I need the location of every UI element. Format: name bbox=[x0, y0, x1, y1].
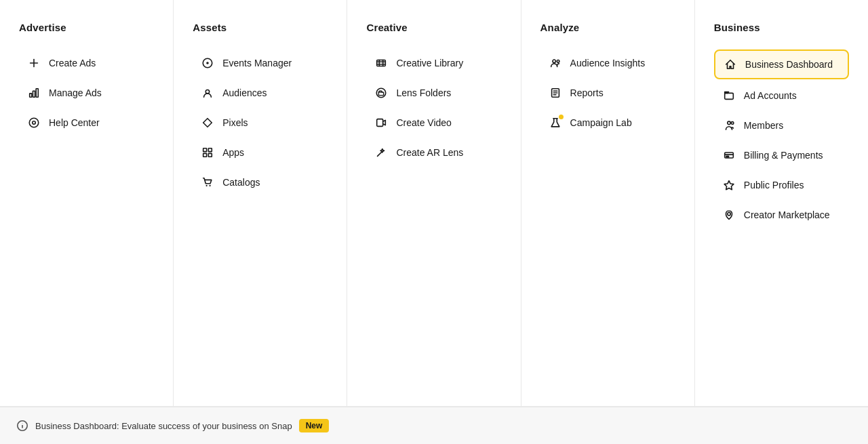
nav-item-ad-accounts[interactable]: Ad Accounts bbox=[714, 82, 849, 109]
nav-item-label-members: Members bbox=[744, 120, 783, 131]
nav-item-label-billing-payments: Billing & Payments bbox=[744, 150, 823, 161]
nav-item-label-catalogs: Catalogs bbox=[222, 177, 260, 188]
svg-point-8 bbox=[206, 62, 209, 64]
nav-item-label-audience-insights: Audience Insights bbox=[570, 58, 646, 68]
svg-rect-11 bbox=[203, 148, 207, 152]
svg-point-6 bbox=[33, 121, 36, 125]
nav-item-pixels[interactable]: Pixels bbox=[193, 109, 328, 136]
footer-text: Business Dashboard: Evaluate success of … bbox=[35, 421, 292, 431]
nav-item-creator-marketplace[interactable]: Creator Marketplace bbox=[714, 201, 849, 228]
nav-item-label-creative-library: Creative Library bbox=[396, 58, 463, 68]
svg-rect-37 bbox=[726, 156, 729, 157]
nav-item-apps[interactable]: Apps bbox=[193, 139, 328, 166]
svg-point-25 bbox=[553, 60, 556, 63]
column-advertise: AdvertiseCreate AdsManage AdsHelp Center bbox=[0, 0, 174, 406]
nav-item-label-help-center: Help Center bbox=[49, 117, 100, 128]
column-analyze: AnalyzeAudience InsightsReportsCampaign … bbox=[521, 0, 695, 406]
info-icon bbox=[16, 420, 28, 432]
nav-item-label-creator-marketplace: Creator Marketplace bbox=[744, 209, 830, 220]
nav-item-create-video[interactable]: Create Video bbox=[366, 109, 501, 136]
credit-card-icon bbox=[722, 148, 736, 162]
location-pin-icon bbox=[722, 208, 736, 222]
video-square-icon bbox=[374, 116, 388, 129]
column-title-advertise: Advertise bbox=[19, 22, 154, 33]
svg-rect-13 bbox=[203, 153, 207, 157]
svg-point-42 bbox=[22, 423, 23, 424]
settings-circle-icon bbox=[27, 116, 41, 129]
svg-rect-14 bbox=[209, 153, 212, 157]
nav-item-lens-folders[interactable]: Lens Folders bbox=[366, 79, 501, 106]
svg-point-16 bbox=[210, 185, 211, 186]
person-circle-icon bbox=[201, 86, 214, 100]
column-title-business: Business bbox=[714, 22, 849, 33]
nav-item-label-lens-folders: Lens Folders bbox=[396, 87, 451, 98]
nav-item-label-ad-accounts: Ad Accounts bbox=[744, 90, 797, 101]
footer-bar: Business Dashboard: Evaluate success of … bbox=[0, 407, 868, 444]
svg-marker-38 bbox=[724, 181, 734, 190]
nav-item-label-events-manager: Events Manager bbox=[222, 58, 292, 68]
wand-icon bbox=[374, 146, 388, 159]
svg-point-34 bbox=[731, 122, 734, 125]
column-title-analyze: Analyze bbox=[540, 22, 675, 33]
nav-item-label-apps: Apps bbox=[222, 147, 244, 158]
people-icon bbox=[549, 56, 562, 70]
nav-item-label-public-profiles: Public Profiles bbox=[744, 180, 804, 190]
nav-item-label-reports: Reports bbox=[570, 87, 604, 98]
nav-item-create-ads[interactable]: Create Ads bbox=[19, 49, 154, 77]
plus-icon bbox=[27, 56, 41, 70]
members-icon bbox=[722, 119, 736, 132]
svg-marker-10 bbox=[203, 119, 212, 127]
star-icon bbox=[722, 178, 736, 192]
nav-item-reports[interactable]: Reports bbox=[540, 79, 675, 106]
nav-item-business-dashboard[interactable]: Business Dashboard bbox=[714, 49, 849, 79]
home-icon bbox=[724, 58, 737, 71]
column-title-assets: Assets bbox=[193, 22, 328, 33]
nav-item-creative-library[interactable]: Creative Library bbox=[366, 49, 501, 77]
nav-item-public-profiles[interactable]: Public Profiles bbox=[714, 171, 849, 199]
svg-rect-12 bbox=[209, 148, 212, 152]
bar-chart-icon bbox=[27, 86, 41, 100]
report-icon bbox=[549, 86, 562, 100]
film-icon bbox=[374, 56, 388, 70]
folder-circle-icon bbox=[374, 86, 388, 100]
column-business: BusinessBusiness DashboardAd AccountsMem… bbox=[695, 0, 868, 406]
column-assets: AssetsEvents ManagerAudiencesPixelsAppsC… bbox=[174, 0, 347, 406]
grid-icon bbox=[201, 146, 214, 159]
nav-item-campaign-lab[interactable]: Campaign Lab bbox=[540, 109, 675, 136]
diamond-icon bbox=[201, 116, 214, 129]
nav-item-create-ar-lens[interactable]: Create AR Lens bbox=[366, 139, 501, 166]
nav-item-events-manager[interactable]: Events Manager bbox=[193, 49, 328, 77]
svg-rect-17 bbox=[377, 60, 386, 66]
svg-rect-23 bbox=[377, 119, 383, 127]
nav-item-members[interactable]: Members bbox=[714, 112, 849, 139]
svg-point-5 bbox=[29, 118, 39, 127]
circle-dot-icon bbox=[201, 56, 214, 70]
nav-item-label-create-ads: Create Ads bbox=[49, 58, 96, 68]
nav-item-billing-payments[interactable]: Billing & Payments bbox=[714, 142, 849, 169]
svg-rect-3 bbox=[33, 91, 35, 97]
nav-item-manage-ads[interactable]: Manage Ads bbox=[19, 79, 154, 106]
new-dot-badge bbox=[559, 115, 564, 119]
nav-item-label-create-video: Create Video bbox=[396, 117, 451, 128]
cart-icon bbox=[201, 176, 214, 189]
nav-item-label-campaign-lab: Campaign Lab bbox=[570, 117, 632, 128]
nav-item-label-manage-ads: Manage Ads bbox=[49, 87, 102, 98]
nav-item-audience-insights[interactable]: Audience Insights bbox=[540, 49, 675, 77]
svg-point-26 bbox=[557, 60, 559, 63]
nav-item-help-center[interactable]: Help Center bbox=[19, 109, 154, 136]
nav-item-label-pixels: Pixels bbox=[222, 117, 248, 128]
svg-point-39 bbox=[728, 212, 731, 216]
nav-menu: AdvertiseCreate AdsManage AdsHelp Center… bbox=[0, 0, 868, 407]
column-title-creative: Creative bbox=[366, 22, 501, 33]
svg-rect-4 bbox=[36, 89, 38, 98]
nav-item-label-audiences: Audiences bbox=[222, 87, 267, 98]
svg-rect-2 bbox=[30, 94, 32, 97]
new-badge: New bbox=[299, 419, 330, 432]
nav-item-audiences[interactable]: Audiences bbox=[193, 79, 328, 106]
svg-point-15 bbox=[206, 185, 208, 186]
svg-rect-32 bbox=[725, 93, 734, 99]
folder-icon bbox=[722, 89, 736, 102]
nav-item-catalogs[interactable]: Catalogs bbox=[193, 169, 328, 196]
column-creative: CreativeCreative LibraryLens FoldersCrea… bbox=[347, 0, 521, 406]
nav-item-label-create-ar-lens: Create AR Lens bbox=[396, 147, 463, 158]
